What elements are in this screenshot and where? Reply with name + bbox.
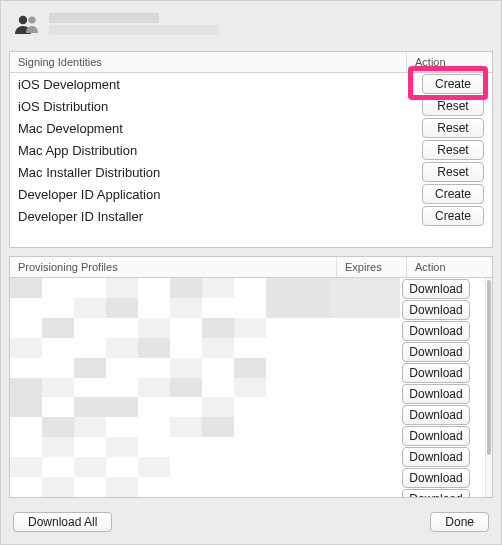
account-header — [9, 9, 493, 43]
create-button[interactable]: Create — [422, 184, 484, 204]
reset-button[interactable]: Reset — [422, 96, 484, 116]
download-button[interactable]: Download — [402, 468, 470, 488]
download-button[interactable]: Download — [402, 426, 470, 446]
download-button[interactable]: Download — [402, 342, 470, 362]
reset-button[interactable]: Reset — [422, 118, 484, 138]
download-button[interactable]: Download — [402, 321, 470, 341]
identity-name: Mac Development — [18, 121, 407, 136]
profiles-column-header: Provisioning Profiles Expires Action — [10, 257, 492, 278]
identity-row: Mac App DistributionReset — [10, 139, 492, 161]
account-details-panel: Signing Identities Action iOS Developmen… — [0, 0, 502, 545]
reset-button[interactable]: Reset — [422, 140, 484, 160]
identity-name: Mac Installer Distribution — [18, 165, 407, 180]
download-button[interactable]: Download — [402, 279, 470, 299]
col-provisioning-profiles: Provisioning Profiles — [10, 257, 337, 277]
identity-name: Developer ID Application — [18, 187, 407, 202]
create-button[interactable]: Create — [422, 74, 484, 94]
identity-row: iOS DistributionReset — [10, 95, 492, 117]
col-signing-identities: Signing Identities — [10, 52, 407, 72]
create-button[interactable]: Create — [422, 206, 484, 226]
col-action: Action — [407, 52, 492, 72]
account-name-block — [49, 13, 219, 35]
svg-point-0 — [19, 16, 27, 24]
identity-name: Developer ID Installer — [18, 209, 407, 224]
download-button[interactable]: Download — [402, 489, 470, 497]
download-button[interactable]: Download — [402, 300, 470, 320]
profiles-action-column: DownloadDownloadDownloadDownloadDownload… — [400, 278, 485, 497]
identity-name: iOS Development — [18, 77, 407, 92]
download-button[interactable]: Download — [402, 363, 470, 383]
reset-button[interactable]: Reset — [422, 162, 484, 182]
scrollbar-thumb[interactable] — [487, 280, 491, 455]
download-button[interactable]: Download — [402, 447, 470, 467]
svg-point-1 — [28, 16, 35, 23]
identities-column-header: Signing Identities Action — [10, 52, 492, 73]
download-button[interactable]: Download — [402, 405, 470, 425]
dialog-footer: Download All Done — [9, 506, 493, 536]
signing-identities-section: Signing Identities Action iOS Developmen… — [9, 51, 493, 248]
col-expires: Expires — [337, 257, 407, 277]
identity-row: Mac DevelopmentReset — [10, 117, 492, 139]
account-subtitle-redacted — [49, 25, 219, 35]
identity-row: Mac Installer DistributionReset — [10, 161, 492, 183]
people-icon — [13, 13, 41, 35]
col-action: Action — [407, 257, 492, 277]
profiles-expires-column — [330, 278, 400, 497]
identity-name: Mac App Distribution — [18, 143, 407, 158]
identity-row: Developer ID InstallerCreate — [10, 205, 492, 227]
provisioning-profiles-section: Provisioning Profiles Expires Action Dow… — [9, 256, 493, 498]
identity-row: Developer ID ApplicationCreate — [10, 183, 492, 205]
profiles-scrollbar[interactable] — [485, 278, 492, 497]
identity-name: iOS Distribution — [18, 99, 407, 114]
download-button[interactable]: Download — [402, 384, 470, 404]
done-button[interactable]: Done — [430, 512, 489, 532]
download-all-button[interactable]: Download All — [13, 512, 112, 532]
identity-row: iOS DevelopmentCreate — [10, 73, 492, 95]
profiles-name-column-redacted — [10, 278, 330, 497]
account-name-redacted — [49, 13, 159, 23]
